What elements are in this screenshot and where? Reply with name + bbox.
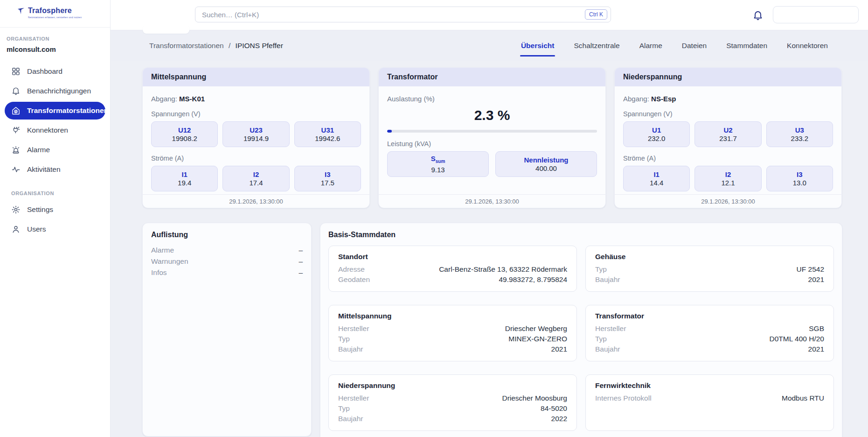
sidebar-item-users[interactable]: Users xyxy=(5,220,105,238)
bell-icon xyxy=(11,86,21,96)
lower-row: Auflistung Alarme – Warnungen – Infos – xyxy=(142,223,842,437)
card-timestamp: 29.1.2026, 13:30:00 xyxy=(615,194,841,208)
organisation-section-label: ORGANISATION xyxy=(0,178,110,198)
metric-tile-i1: I1 19.4 xyxy=(151,166,218,191)
sidebar-item-label: Alarme xyxy=(27,146,50,154)
stammdaten-mittelspannung-card: Mittelspannung HerstellerDriescher Wegbe… xyxy=(328,305,577,361)
app-window: Trafosphere Netzstationen erfassen, vers… xyxy=(0,0,868,437)
stammdaten-transformator-card: Transformator HerstellerSGB TypD0TML 400… xyxy=(585,305,834,361)
brand-name: Trafosphere xyxy=(28,7,72,15)
abgang-line: Abgang: MS-K01 xyxy=(151,95,361,103)
brand-block[interactable]: Trafosphere Netzstationen erfassen, vers… xyxy=(0,0,110,23)
gear-icon xyxy=(11,205,21,214)
metric-tile-u1: U1 232.0 xyxy=(623,121,690,147)
metric-tile-u3: U3 233.2 xyxy=(766,121,833,147)
tab-stammdaten[interactable]: Stammdaten xyxy=(725,39,768,53)
sidebar-item-label: Aktivitäten xyxy=(27,165,61,174)
breadcrumb: Transformatorstationen / IPIONS Pfeffer xyxy=(149,42,283,50)
trafosphere-logo-icon xyxy=(17,7,25,15)
stroeme-label: Ströme (A) xyxy=(623,155,833,162)
spannungen-label: Spannungen (V) xyxy=(623,110,833,118)
stammdaten-gehaeuse-card: Gehäuse TypUF 2542 Baujahr2021 xyxy=(585,246,834,292)
organisation-block: ORGANISATION mlconsult.com xyxy=(0,28,110,56)
abgang-line: Abgang: NS-Esp xyxy=(623,95,833,103)
list-item-warnungen: Warnungen – xyxy=(151,256,303,267)
card-title: Transformator xyxy=(379,68,605,86)
floating-card-edge xyxy=(143,25,189,34)
abgang-value: MS-K01 xyxy=(179,95,205,103)
station-house-icon xyxy=(11,106,21,115)
siren-icon xyxy=(11,145,21,155)
leistung-label: Leistung (kVA) xyxy=(387,140,597,148)
notifications-bell-button[interactable] xyxy=(751,9,764,22)
sidebar-item-konnektoren[interactable]: Konnektoren xyxy=(5,121,105,139)
card-title: Auflistung xyxy=(151,231,303,239)
spannungen-label: Spannungen (V) xyxy=(151,110,361,118)
basis-stammdaten-card: Basis-Stammdaten Standort AdresseCarl-Be… xyxy=(320,223,842,437)
auslastung-value: 2.3 % xyxy=(387,107,597,123)
search-input[interactable] xyxy=(195,7,611,22)
metric-tile-i2: I2 12.1 xyxy=(694,166,761,191)
sidebar-item-label: Benachrichtigungen xyxy=(27,87,91,95)
tab-uebersicht[interactable]: Übersicht xyxy=(520,39,556,53)
breadcrumb-current: IPIONS Pfeffer xyxy=(236,42,283,49)
sidebar-item-label: Users xyxy=(27,225,46,233)
breadcrumb-parent[interactable]: Transformatorstationen xyxy=(149,42,224,49)
sidebar-item-dashboard[interactable]: Dashboard xyxy=(5,63,105,80)
metric-tile-nennleistung: Nennleistung 400.00 xyxy=(495,151,597,177)
activity-pulse-icon xyxy=(11,165,21,174)
sidebar-item-aktivitaeten[interactable]: Aktivitäten xyxy=(5,161,105,178)
organisation-name: mlconsult.com xyxy=(7,45,104,53)
utilization-progress-fill xyxy=(387,130,392,133)
metric-tile-u12: U12 19908.2 xyxy=(151,121,218,147)
plug-icon xyxy=(11,126,21,135)
page-head: Transformatorstationen / IPIONS Pfeffer … xyxy=(111,30,868,61)
niederspannung-card: Niederspannung Abgang: NS-Esp Spannungen… xyxy=(614,67,842,208)
card-timestamp: 29.1.2026, 13:30:00 xyxy=(143,194,369,208)
user-icon xyxy=(11,225,21,234)
list-item-infos: Infos – xyxy=(151,267,303,278)
sidebar: Trafosphere Netzstationen erfassen, vers… xyxy=(0,0,111,437)
organisation-label: ORGANISATION xyxy=(7,36,104,42)
metric-tile-u23: U23 19914.9 xyxy=(222,121,289,147)
main-content: Mittelspannung Abgang: MS-K01 Spannungen… xyxy=(111,61,868,437)
tab-dateien[interactable]: Dateien xyxy=(681,39,708,53)
metric-tile-u2: U2 231.7 xyxy=(694,121,761,147)
metric-tile-i3: I3 17.5 xyxy=(294,166,361,191)
user-menu-button[interactable] xyxy=(773,6,859,23)
sidebar-item-label: Dashboard xyxy=(27,67,62,76)
metric-tile-i3: I3 13.0 xyxy=(766,166,833,191)
sidebar-item-label: Settings xyxy=(27,205,53,214)
sidebar-nav: Dashboard Benachrichtigungen Transformat… xyxy=(0,56,110,178)
abgang-value: NS-Esp xyxy=(651,95,676,103)
sidebar-org-nav: Settings Users xyxy=(0,198,110,238)
sidebar-item-benachrichtigungen[interactable]: Benachrichtigungen xyxy=(5,82,105,100)
card-title: Mittelspannung xyxy=(143,68,369,86)
live-metrics-row: Mittelspannung Abgang: MS-K01 Spannungen… xyxy=(142,67,842,208)
sidebar-item-settings[interactable]: Settings xyxy=(5,201,105,218)
detail-tabs: Übersicht Schaltzentrale Alarme Dateien … xyxy=(520,39,829,53)
utilization-progress-bar xyxy=(387,130,597,133)
tab-konnektoren[interactable]: Konnektoren xyxy=(786,39,829,53)
sidebar-item-alarme[interactable]: Alarme xyxy=(5,141,105,159)
metric-tile-u31: U31 19942.6 xyxy=(294,121,361,147)
breadcrumb-separator: / xyxy=(229,42,230,49)
brand-tagline: Netzstationen erfassen, verstehen und nu… xyxy=(28,16,110,19)
tab-alarme[interactable]: Alarme xyxy=(639,39,663,53)
sidebar-item-label: Konnektoren xyxy=(27,126,68,134)
auslastung-label: Auslastung (%) xyxy=(387,95,597,103)
sidebar-item-transformatorstationen[interactable]: Transformatorstationen xyxy=(5,102,105,120)
stammdaten-niederspannung-card: Niederspannung HerstellerDriescher Moosb… xyxy=(328,374,577,431)
metric-tile-ssum: Ssum 9.13 xyxy=(387,151,489,177)
metric-tile-i2: I2 17.4 xyxy=(222,166,289,191)
card-title: Basis-Stammdaten xyxy=(328,231,834,239)
dashboard-grid-icon xyxy=(11,67,21,76)
sidebar-item-label: Transformatorstationen xyxy=(27,106,108,115)
search-container: Ctrl K xyxy=(195,7,611,22)
stroeme-label: Ströme (A) xyxy=(151,155,361,162)
keyboard-shortcut-badge: Ctrl K xyxy=(585,9,607,20)
card-timestamp: 29.1.2026, 13:30:00 xyxy=(379,194,605,208)
list-item-alarme: Alarme – xyxy=(151,245,303,256)
tab-schaltzentrale[interactable]: Schaltzentrale xyxy=(573,39,620,53)
bell-icon xyxy=(752,10,764,21)
